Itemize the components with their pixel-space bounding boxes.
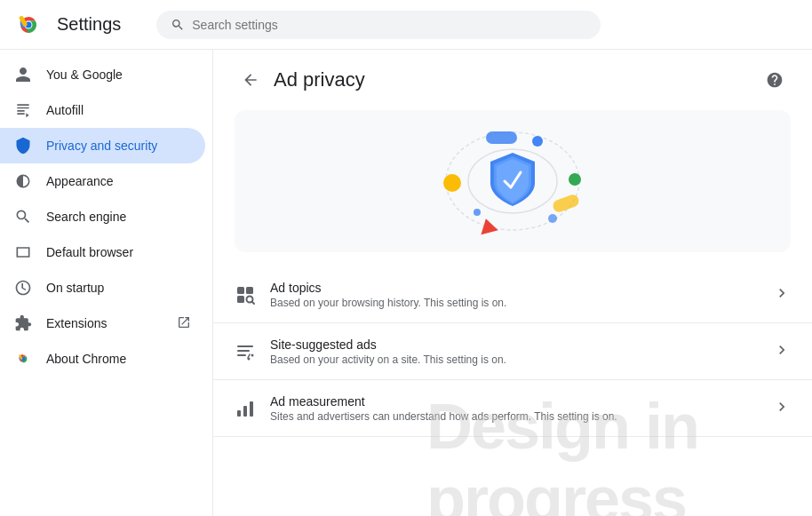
autofill-icon bbox=[14, 101, 32, 119]
sidebar-item-about-chrome[interactable]: About Chrome bbox=[0, 341, 205, 377]
ad-topics-desc: Based on your browsing history. This set… bbox=[270, 297, 759, 309]
svg-line-17 bbox=[252, 301, 255, 304]
startup-icon bbox=[14, 279, 32, 297]
chevron-right-icon bbox=[773, 341, 791, 362]
svg-rect-13 bbox=[237, 287, 244, 294]
back-button[interactable] bbox=[235, 64, 267, 96]
svg-rect-25 bbox=[243, 406, 247, 417]
sidebar-item-default-browser[interactable]: Default browser bbox=[0, 234, 205, 270]
svg-rect-24 bbox=[237, 410, 241, 417]
sidebar-item-label: Appearance bbox=[46, 174, 114, 188]
svg-point-8 bbox=[474, 209, 481, 216]
ad-topics-item[interactable]: Ad topics Based on your browsing history… bbox=[213, 266, 812, 323]
svg-rect-15 bbox=[237, 296, 244, 303]
ad-measurement-icon bbox=[235, 398, 256, 419]
sidebar-item-appearance[interactable]: Appearance bbox=[0, 163, 205, 199]
svg-point-5 bbox=[532, 136, 543, 147]
svg-point-20 bbox=[251, 353, 254, 356]
svg-point-9 bbox=[443, 174, 461, 192]
sidebar-item-extensions[interactable]: Extensions bbox=[0, 306, 205, 341]
site-suggested-ads-item[interactable]: Site-suggested ads Based on your activit… bbox=[213, 323, 812, 380]
svg-point-6 bbox=[569, 173, 581, 186]
sidebar-item-label: Search engine bbox=[46, 210, 126, 224]
chevron-right-icon bbox=[773, 398, 791, 419]
external-link-icon bbox=[177, 315, 191, 332]
person-icon bbox=[14, 66, 32, 83]
svg-marker-12 bbox=[477, 217, 498, 235]
svg-rect-26 bbox=[250, 401, 253, 417]
sidebar-item-you-google[interactable]: You & Google bbox=[0, 57, 205, 92]
svg-point-7 bbox=[548, 214, 557, 223]
ad-topics-title: Ad topics bbox=[270, 281, 759, 295]
sidebar-item-label: You & Google bbox=[46, 67, 123, 82]
site-suggested-icon bbox=[235, 341, 256, 362]
help-button[interactable] bbox=[759, 64, 791, 96]
search-bar bbox=[156, 11, 601, 39]
sidebar-item-label: About Chrome bbox=[46, 352, 126, 366]
shield-icon bbox=[14, 137, 32, 155]
svg-line-22 bbox=[248, 354, 250, 358]
sidebar-item-on-startup[interactable]: On startup bbox=[0, 270, 205, 306]
sidebar-item-label: Autofill bbox=[46, 103, 84, 117]
search-icon bbox=[171, 18, 185, 32]
site-suggested-ads-desc: Based on your activity on a site. This s… bbox=[270, 353, 759, 366]
sidebar-item-privacy-security[interactable]: Privacy and security bbox=[0, 128, 205, 163]
ad-measurement-desc: Sites and advertisers can understand how… bbox=[270, 410, 759, 423]
site-suggested-ads-title: Site-suggested ads bbox=[270, 337, 759, 352]
svg-rect-19 bbox=[237, 350, 250, 352]
chrome-logo-icon bbox=[14, 11, 43, 39]
sidebar-item-label: Extensions bbox=[46, 316, 107, 330]
appearance-icon bbox=[14, 172, 32, 190]
settings-list: Ad topics Based on your browsing history… bbox=[213, 266, 812, 437]
app-header: Settings bbox=[0, 0, 812, 50]
extensions-icon bbox=[14, 314, 32, 332]
hero-illustration bbox=[235, 110, 791, 252]
search-input[interactable] bbox=[192, 18, 586, 32]
sidebar-item-label: On startup bbox=[46, 281, 104, 295]
svg-rect-23 bbox=[237, 354, 246, 356]
sidebar-item-search-engine[interactable]: Search engine bbox=[0, 199, 205, 234]
sidebar-item-label: Default browser bbox=[46, 245, 133, 259]
content-area: Ad privacy bbox=[213, 50, 812, 516]
page-title: Ad privacy bbox=[274, 68, 752, 91]
ad-measurement-title: Ad measurement bbox=[270, 394, 759, 409]
svg-rect-18 bbox=[237, 345, 253, 347]
page-header: Ad privacy bbox=[213, 50, 812, 110]
ad-topics-icon bbox=[235, 284, 256, 306]
ad-topics-text: Ad topics Based on your browsing history… bbox=[270, 281, 759, 309]
chevron-right-icon bbox=[773, 284, 791, 306]
browser-icon bbox=[14, 243, 32, 261]
app-title: Settings bbox=[57, 14, 121, 35]
site-suggested-ads-text: Site-suggested ads Based on your activit… bbox=[270, 337, 759, 366]
ad-measurement-text: Ad measurement Sites and advertisers can… bbox=[270, 394, 759, 423]
search-engine-icon bbox=[14, 208, 32, 226]
sidebar: You & Google Autofill Privacy and securi… bbox=[0, 50, 213, 516]
svg-rect-14 bbox=[246, 287, 253, 294]
about-chrome-icon bbox=[14, 350, 32, 368]
ad-measurement-item[interactable]: Ad measurement Sites and advertisers can… bbox=[213, 380, 812, 437]
svg-rect-10 bbox=[486, 131, 517, 144]
sidebar-item-label: Privacy and security bbox=[46, 139, 157, 153]
sidebar-item-autofill[interactable]: Autofill bbox=[0, 92, 205, 128]
main-layout: You & Google Autofill Privacy and securi… bbox=[0, 50, 812, 516]
